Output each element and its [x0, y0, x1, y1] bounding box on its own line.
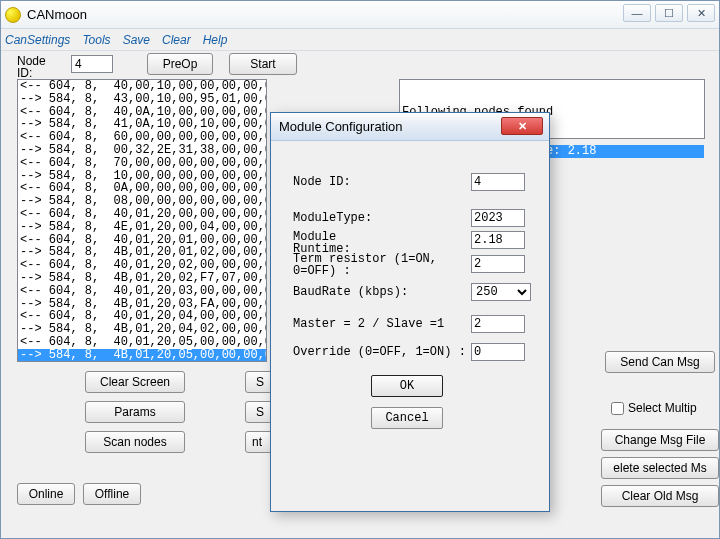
log-line[interactable]: <-- 604, 8, 40,01,20,03,00,00,00,00	[18, 285, 266, 298]
node-id-dlg-label: Node ID:	[293, 175, 351, 189]
module-runtime-input[interactable]	[471, 231, 525, 249]
override-input[interactable]	[471, 343, 525, 361]
module-type-label: ModuleType:	[293, 211, 372, 225]
baud-rate-select[interactable]: 250	[471, 283, 531, 301]
menu-tools[interactable]: Tools	[82, 33, 110, 47]
clear-old-msg-button[interactable]: Clear Old Msg	[601, 485, 719, 507]
send-can-msg-button[interactable]: Send Can Msg	[605, 351, 715, 373]
start-button[interactable]: Start	[229, 53, 297, 75]
log-line[interactable]: --> 584, 8, 4E,01,20,00,04,00,00,00	[18, 221, 266, 234]
dialog-ok-button[interactable]: OK	[371, 375, 443, 397]
node-id-dlg-input[interactable]	[471, 173, 525, 191]
node-id-label: Node ID:	[17, 55, 46, 79]
module-type-input[interactable]	[471, 209, 525, 227]
close-button[interactable]: ✕	[687, 4, 715, 22]
override-label: Override (0=OFF, 1=ON) :	[293, 345, 466, 359]
dialog-titlebar: Module Configuration ✕	[271, 113, 549, 141]
log-line[interactable]: --> 584, 8, 4B,01,20,05,00,00,00,00	[18, 349, 266, 362]
dialog-cancel-button[interactable]: Cancel	[371, 407, 443, 429]
log-line[interactable]: --> 584, 8, 00,32,2E,31,38,00,00,00	[18, 144, 266, 157]
log-line[interactable]: <-- 604, 8, 40,01,20,00,00,00,00,00	[18, 208, 266, 221]
titlebar: CANmoon — ☐ ✕	[1, 1, 719, 29]
delete-selected-msg-button[interactable]: elete selected Ms	[601, 457, 719, 479]
scan-nodes-button[interactable]: Scan nodes	[85, 431, 185, 453]
menu-clear[interactable]: Clear	[162, 33, 191, 47]
dialog-title: Module Configuration	[279, 119, 403, 134]
select-multip-checkbox-row[interactable]: Select Multip	[611, 401, 697, 415]
fragment-nt-button[interactable]: nt	[245, 431, 273, 453]
baud-rate-label: BaudRate (kbps):	[293, 285, 408, 299]
log-line[interactable]: --> 584, 8, 43,00,10,00,95,01,00,00	[18, 93, 266, 106]
log-line[interactable]: <-- 604, 8, 40,01,20,05,00,00,00,00	[18, 336, 266, 349]
select-multip-checkbox[interactable]	[611, 402, 624, 415]
menu-help[interactable]: Help	[203, 33, 228, 47]
can-log-list[interactable]: <-- 604, 8, 40,00,10,00,00,00,00,00--> 5…	[17, 79, 267, 362]
term-resistor-input[interactable]	[471, 255, 525, 273]
app-title: CANmoon	[27, 7, 87, 22]
fragment-s-button-1[interactable]: S	[245, 371, 273, 393]
preop-button[interactable]: PreOp	[147, 53, 213, 75]
app-icon	[5, 7, 21, 23]
select-multip-label: Select Multip	[628, 401, 697, 415]
module-configuration-dialog: Module Configuration ✕ Node ID: ModuleTy…	[270, 112, 550, 512]
log-line[interactable]: <-- 604, 8, 70,00,00,00,00,00,00,00	[18, 157, 266, 170]
log-line[interactable]: --> 584, 8, 4B,01,20,02,F7,07,00,00	[18, 272, 266, 285]
node-id-input[interactable]	[71, 55, 113, 73]
log-line[interactable]: <-- 604, 8, 40,00,10,00,00,00,00,00	[18, 80, 266, 93]
master-slave-input[interactable]	[471, 315, 525, 333]
master-slave-label: Master = 2 / Slave =1	[293, 317, 444, 331]
menu-save[interactable]: Save	[123, 33, 150, 47]
maximize-button[interactable]: ☐	[655, 4, 683, 22]
dialog-body: Node ID: ModuleType: Module Runtime: Ter…	[271, 141, 549, 161]
params-button[interactable]: Params	[85, 401, 185, 423]
offline-button[interactable]: Offline	[83, 483, 141, 505]
change-msg-file-button[interactable]: Change Msg File	[601, 429, 719, 451]
clear-screen-button[interactable]: Clear Screen	[85, 371, 185, 393]
term-resistor-label: Term resistor (1=ON, 0=OFF) :	[293, 253, 437, 277]
dialog-close-button[interactable]: ✕	[501, 117, 543, 135]
fragment-s-button-2[interactable]: S	[245, 401, 273, 423]
minimize-button[interactable]: —	[623, 4, 651, 22]
online-button[interactable]: Online	[17, 483, 75, 505]
menubar: CanSettings Tools Save Clear Help	[1, 29, 719, 51]
menu-cansettings[interactable]: CanSettings	[5, 33, 70, 47]
